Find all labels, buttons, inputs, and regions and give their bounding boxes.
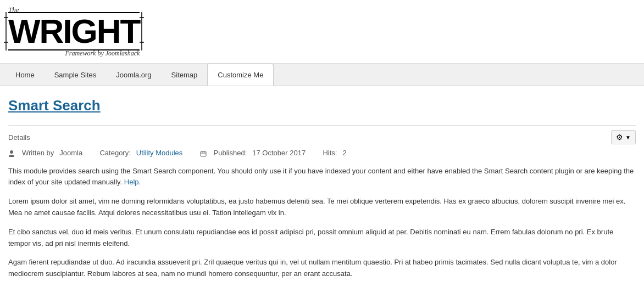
site-header: The WRIGHT: [0, 0, 644, 64]
written-by-prefix: Written by: [22, 149, 54, 157]
logo-wright-text: WRIGHT: [8, 12, 140, 50]
meta-separator-1: [89, 149, 93, 157]
svg-rect-7: [201, 151, 206, 156]
article-meta: Written by Joomla Category: Utility Modu…: [8, 149, 636, 157]
published-prefix: Published:: [214, 149, 247, 157]
nav-link-sample-sites[interactable]: Sample Sites: [45, 64, 107, 86]
main-content: Smart Search Details ⚙ ▼ Written by Joom…: [0, 86, 644, 299]
person-icon: [8, 149, 16, 157]
written-by-value: Joomla: [59, 149, 82, 157]
gear-icon: ⚙: [616, 133, 623, 142]
published-date: 17 October 2017: [252, 149, 306, 157]
meta-separator-2: [189, 149, 193, 157]
chevron-down-icon: ▼: [625, 134, 631, 140]
gear-dropdown-button[interactable]: ⚙ ▼: [611, 130, 636, 144]
nav-link-home[interactable]: Home: [5, 64, 45, 86]
article-body: This module provides search using the Sm…: [8, 166, 636, 280]
article-para-1: This module provides search using the Sm…: [8, 166, 636, 189]
help-link[interactable]: Help: [124, 178, 139, 186]
article-para-4: Agam fierent repudiandae ut duo. Ad irac…: [8, 257, 636, 280]
article-para-1-text: This module provides search using the Sm…: [8, 167, 634, 187]
site-logo[interactable]: The WRIGHT: [8, 5, 140, 58]
nav-item-sample-sites[interactable]: Sample Sites: [45, 64, 107, 86]
article-para-3: Et cibo sanctus vel, duo id meis veritus…: [8, 227, 636, 250]
hits-prefix: Hits:: [323, 149, 337, 157]
nav-item-sitemap[interactable]: Sitemap: [162, 64, 208, 86]
category-prefix: Category:: [99, 149, 130, 157]
main-navigation: Home Sample Sites Joomla.org Sitemap Cus…: [0, 64, 644, 86]
nav-link-customize-me[interactable]: Customize Me: [207, 64, 274, 86]
meta-separator-3: [312, 149, 316, 157]
article-title[interactable]: Smart Search: [8, 97, 636, 114]
category-link[interactable]: Utility Modules: [136, 149, 183, 157]
hits-value: 2: [342, 149, 346, 157]
nav-item-joomla-org[interactable]: Joomla.org: [106, 64, 161, 86]
article-details-row: Details ⚙ ▼: [8, 125, 636, 144]
nav-item-customize-me[interactable]: Customize Me: [207, 64, 274, 86]
calendar-icon: [200, 149, 208, 157]
logo-framework-text: Framework by Joomlashack: [8, 49, 140, 58]
nav-link-sitemap[interactable]: Sitemap: [162, 64, 208, 86]
details-label: Details: [8, 133, 30, 142]
article-para-2: Lorem ipsum dolor sit amet, vim ne domin…: [8, 196, 636, 219]
logo-area: The WRIGHT: [8, 5, 636, 58]
nav-link-joomla-org[interactable]: Joomla.org: [106, 64, 161, 86]
svg-point-6: [10, 150, 13, 154]
nav-item-home[interactable]: Home: [5, 64, 45, 86]
